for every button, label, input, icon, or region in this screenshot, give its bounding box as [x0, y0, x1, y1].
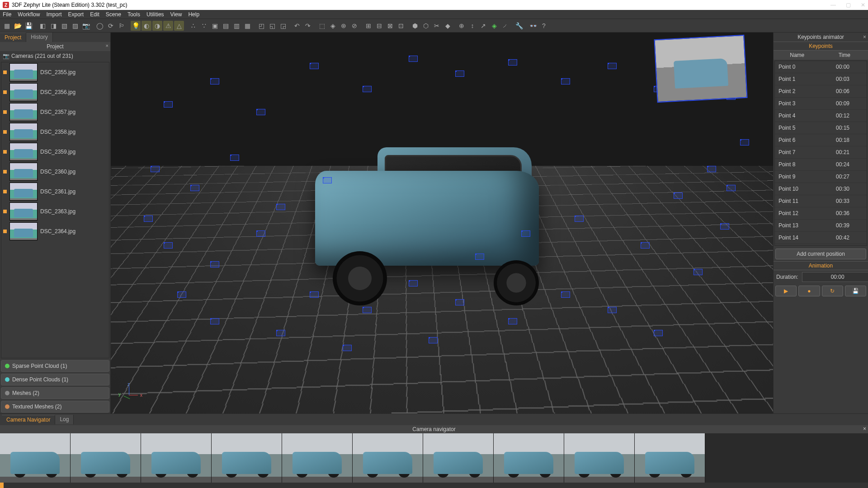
keypoint-row[interactable]: Point 000:00 [775, 61, 867, 73]
nav-thumb[interactable] [564, 433, 635, 483]
camera-navigator-strip[interactable] [0, 433, 868, 483]
tool-box1-icon[interactable]: ▣ [210, 21, 220, 31]
nav-thumb[interactable] [635, 433, 705, 483]
tool-new-icon[interactable]: ▦ [2, 21, 12, 31]
keypoint-row[interactable]: Point 300:09 [775, 98, 867, 110]
nav-thumb[interactable] [71, 433, 141, 483]
tool-magnet-icon[interactable]: ⊛ [339, 21, 349, 31]
camera-item[interactable]: DSC_2355.jpg [1, 62, 109, 82]
camera-item[interactable]: DSC_2356.jpg [1, 82, 109, 102]
nav-thumb[interactable] [494, 433, 564, 483]
tool-sel2-icon[interactable]: ◱ [267, 21, 277, 31]
tab-history[interactable]: History [26, 33, 52, 42]
maximize-button[interactable]: ▢ [846, 2, 851, 8]
tool-wrench-icon[interactable]: 🔧 [514, 21, 524, 31]
section-textured[interactable]: Textured Meshes (2) [1, 401, 109, 413]
tool-c1-icon[interactable]: ⊕ [457, 21, 467, 31]
keypoint-row[interactable]: Point 100:03 [775, 73, 867, 85]
keypoint-row[interactable]: Point 700:21 [775, 146, 867, 159]
camera-item[interactable]: DSC_2360.jpg [1, 162, 109, 182]
camera-list[interactable]: DSC_2355.jpgDSC_2356.jpgDSC_2357.jpgDSC_… [1, 62, 109, 358]
tool-c2-icon[interactable]: ↕ [467, 21, 477, 31]
checkbox-icon[interactable] [3, 230, 7, 233]
keypoint-row[interactable]: Point 200:06 [775, 85, 867, 98]
keypoint-row[interactable]: Point 400:12 [775, 110, 867, 122]
tool-g3-icon[interactable]: ⊠ [385, 21, 395, 31]
close-button[interactable]: ✕ [861, 2, 865, 8]
nav-thumb[interactable] [282, 433, 353, 483]
keypoint-row[interactable]: Point 1200:36 [775, 207, 867, 220]
section-meshes[interactable]: Meshes (2) [1, 387, 109, 399]
checkbox-icon[interactable] [3, 70, 7, 74]
menu-edit[interactable]: Edit [90, 11, 99, 18]
loop-button[interactable]: ↻ [822, 286, 843, 296]
tool-g4-icon[interactable]: ⊡ [396, 21, 406, 31]
menu-help[interactable]: Help [188, 11, 199, 18]
tool-c4-icon[interactable]: ◈ [489, 21, 499, 31]
tool-refresh-icon[interactable]: ⟳ [106, 21, 116, 31]
nav-thumb[interactable] [353, 433, 423, 483]
menu-export[interactable]: Export [68, 11, 84, 18]
checkbox-icon[interactable] [3, 150, 7, 154]
tool-box3-icon[interactable]: ▥ [231, 21, 241, 31]
tool-points2-icon[interactable]: ∵ [199, 21, 209, 31]
tool-tri-icon[interactable]: △ [174, 21, 184, 31]
add-position-button[interactable]: Add current position [775, 249, 866, 259]
tool-flag-icon[interactable]: 🏳 [117, 21, 127, 31]
menu-file[interactable]: File [3, 11, 11, 18]
menu-workflow[interactable]: Workflow [18, 11, 40, 18]
tool-m2-icon[interactable]: ⬡ [421, 21, 431, 31]
tool-screenshot-icon[interactable]: 📷 [81, 21, 91, 31]
keypoint-row[interactable]: Point 900:27 [775, 171, 867, 183]
tab-project[interactable]: Project [0, 33, 26, 42]
tool-cube4-icon[interactable]: ▨ [70, 21, 80, 31]
nav-thumb[interactable] [423, 433, 494, 483]
section-dense[interactable]: Dense Point Clouds (1) [1, 374, 109, 385]
tool-m1-icon[interactable]: ⬢ [410, 21, 420, 31]
tool-help-icon[interactable]: ? [539, 21, 549, 31]
menu-view[interactable]: View [170, 11, 182, 18]
tool-shade1-icon[interactable]: ◐ [142, 21, 151, 31]
tool-sel3-icon[interactable]: ◲ [278, 21, 288, 31]
tool-cube2-icon[interactable]: ◨ [48, 21, 58, 31]
3d-viewport[interactable]: z x y [111, 33, 773, 413]
tool-save-icon[interactable]: 💾 [24, 21, 33, 31]
tool-warn-icon[interactable]: ⚠ [163, 21, 173, 31]
tool-box2-icon[interactable]: ▤ [221, 21, 231, 31]
tool-sel1-icon[interactable]: ◰ [256, 21, 266, 31]
tool-cut-icon[interactable]: ✂ [432, 21, 442, 31]
tool-redo-icon[interactable]: ↷ [303, 21, 313, 31]
tool-select-icon[interactable]: ⬚ [317, 21, 327, 31]
section-sparse[interactable]: Sparse Point Cloud (1) [1, 360, 109, 372]
menu-scene[interactable]: Scene [106, 11, 121, 18]
tool-open-icon[interactable]: 📂 [13, 21, 23, 31]
horizontal-scrollbar[interactable] [0, 483, 868, 488]
cameras-header[interactable]: 📷 Cameras (221 out of 231) [0, 51, 110, 61]
tool-undo-icon[interactable]: ↶ [292, 21, 302, 31]
camera-item[interactable]: DSC_2364.jpg [1, 221, 109, 241]
close-icon[interactable]: × [863, 34, 866, 40]
tool-points1-icon[interactable]: ∴ [188, 21, 198, 31]
tool-cube3-icon[interactable]: ▧ [59, 21, 69, 31]
menu-import[interactable]: Import [46, 11, 61, 18]
checkbox-icon[interactable] [3, 110, 7, 114]
record-button[interactable]: ● [798, 286, 820, 296]
checkbox-icon[interactable] [3, 90, 7, 94]
keypoint-row[interactable]: Point 1000:30 [775, 183, 867, 195]
tool-mask-icon[interactable]: 👓 [528, 21, 538, 31]
tool-disable-icon[interactable]: ⊘ [349, 21, 359, 31]
save-anim-button[interactable]: 💾 [845, 286, 866, 296]
tool-light-icon[interactable]: 💡 [131, 21, 141, 31]
tool-shade2-icon[interactable]: ◑ [152, 21, 162, 31]
tool-lasso-icon[interactable]: ◈ [328, 21, 338, 31]
close-icon[interactable]: × [863, 426, 866, 432]
nav-thumb[interactable] [141, 433, 212, 483]
tool-g1-icon[interactable]: ⊞ [363, 21, 373, 31]
tool-c5-icon[interactable]: ⟋ [500, 21, 510, 31]
menu-tools[interactable]: Tools [127, 11, 140, 18]
tool-grid-icon[interactable]: ▦ [242, 21, 252, 31]
minimize-button[interactable]: — [830, 2, 836, 8]
menu-utilities[interactable]: Utilities [146, 11, 164, 18]
duration-input[interactable] [802, 272, 868, 282]
checkbox-icon[interactable] [3, 170, 7, 174]
